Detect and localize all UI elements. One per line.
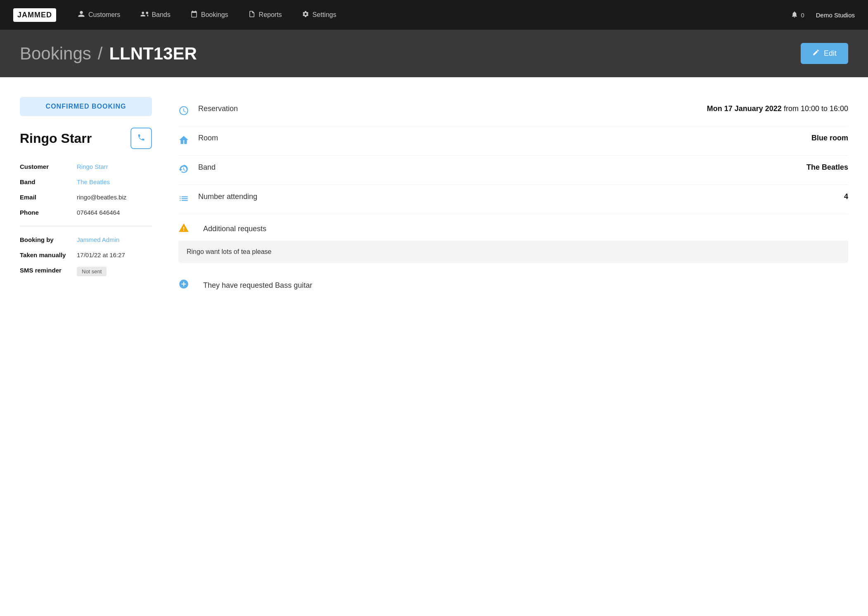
customer-value[interactable]: Ringo Starr bbox=[77, 163, 108, 170]
additional-label: Additional requests bbox=[203, 225, 848, 233]
alert-icon bbox=[178, 223, 198, 236]
nav-item-bookings[interactable]: Bookings bbox=[182, 7, 237, 23]
edit-label: Edit bbox=[824, 49, 837, 58]
booking-by-row: Booking by Jammed Admin bbox=[20, 232, 152, 247]
users-icon bbox=[140, 10, 148, 19]
reservation-time: from 10:00 to 16:00 bbox=[784, 104, 848, 113]
notification-count: 0 bbox=[801, 12, 804, 19]
gear-icon bbox=[302, 10, 309, 19]
room-value: Blue room bbox=[811, 134, 848, 142]
email-label: Email bbox=[20, 194, 74, 201]
nav-item-settings[interactable]: Settings bbox=[294, 7, 345, 23]
calendar-icon bbox=[190, 10, 198, 19]
request-text: Ringo want lots of tea please bbox=[187, 248, 271, 255]
sms-label: SMS reminder bbox=[20, 267, 74, 274]
bass-guitar-text: They have requested Bass guitar bbox=[203, 281, 312, 290]
room-label: Room bbox=[198, 134, 811, 142]
attending-value: 4 bbox=[844, 192, 848, 201]
phone-value: 076464 646464 bbox=[77, 209, 120, 216]
main-nav: JAMMED Customers Bands Bookings Reports … bbox=[0, 0, 868, 30]
reservation-value: Mon 17 January 2022 from 10:00 to 16:00 bbox=[707, 104, 848, 113]
email-value: ringo@beatles.biz bbox=[77, 194, 126, 201]
nav-customers-label: Customers bbox=[88, 11, 120, 19]
band-detail-label: Band bbox=[198, 163, 806, 172]
customer-name-row: Ringo Starr bbox=[20, 128, 152, 149]
nav-settings-label: Settings bbox=[313, 11, 337, 19]
reservation-date: Mon 17 January 2022 bbox=[707, 104, 782, 113]
clock-icon bbox=[178, 105, 198, 118]
breadcrumb: Bookings / LLNT13ER bbox=[20, 44, 197, 64]
plus-circle-icon bbox=[178, 279, 198, 292]
divider-1 bbox=[20, 226, 152, 226]
taken-manually-value: 17/01/22 at 16:27 bbox=[77, 251, 125, 258]
left-panel: CONFIRMED BOOKING Ringo Starr Customer R… bbox=[20, 97, 152, 598]
sms-row: SMS reminder Not sent bbox=[20, 263, 152, 280]
nav-reports-label: Reports bbox=[259, 11, 282, 19]
booking-id: LLNT13ER bbox=[109, 44, 197, 64]
file-icon bbox=[248, 10, 256, 19]
notification-bell[interactable]: 0 bbox=[791, 11, 804, 19]
phone-button[interactable] bbox=[130, 128, 152, 149]
room-row: Room Blue room bbox=[178, 126, 848, 156]
reservation-row: Reservation Mon 17 January 2022 from 10:… bbox=[178, 97, 848, 126]
user-icon bbox=[78, 10, 85, 19]
main-content: CONFIRMED BOOKING Ringo Starr Customer R… bbox=[0, 77, 868, 616]
phone-label: Phone bbox=[20, 209, 74, 216]
page-header: Bookings / LLNT13ER Edit bbox=[0, 30, 868, 77]
request-box: Ringo want lots of tea please bbox=[178, 241, 848, 263]
nav-item-bands[interactable]: Bands bbox=[132, 7, 178, 23]
nav-bands-label: Bands bbox=[152, 11, 170, 19]
right-panel: Reservation Mon 17 January 2022 from 10:… bbox=[178, 97, 848, 598]
app-logo: JAMMED bbox=[13, 8, 56, 22]
band-value[interactable]: The Beatles bbox=[77, 178, 110, 185]
booking-by-value[interactable]: Jammed Admin bbox=[77, 236, 119, 243]
nav-item-reports[interactable]: Reports bbox=[240, 7, 290, 23]
taken-manually-row: Taken manually 17/01/22 at 16:27 bbox=[20, 247, 152, 263]
phone-row: Phone 076464 646464 bbox=[20, 205, 152, 220]
band-icon bbox=[178, 164, 198, 177]
booking-by-label: Booking by bbox=[20, 236, 74, 243]
breadcrumb-separator: / bbox=[98, 44, 103, 64]
band-detail-row: Band The Beatles bbox=[178, 156, 848, 185]
attending-label: Number attending bbox=[198, 192, 844, 201]
room-icon bbox=[178, 135, 198, 148]
edit-icon bbox=[812, 49, 820, 58]
studio-name: Demo Studios bbox=[816, 12, 855, 19]
breadcrumb-parent[interactable]: Bookings bbox=[20, 44, 91, 64]
edit-button[interactable]: Edit bbox=[801, 43, 848, 64]
list-icon bbox=[178, 193, 198, 206]
customer-label: Customer bbox=[20, 163, 74, 170]
email-row: Email ringo@beatles.biz bbox=[20, 190, 152, 205]
phone-icon bbox=[137, 133, 145, 144]
nav-bookings-label: Bookings bbox=[201, 11, 228, 19]
band-detail-value: The Beatles bbox=[806, 163, 848, 172]
customer-name: Ringo Starr bbox=[20, 131, 92, 146]
additional-requests-header: Additional requests bbox=[178, 214, 848, 241]
attending-row: Number attending 4 bbox=[178, 185, 848, 214]
reservation-label: Reservation bbox=[198, 104, 707, 113]
status-badge: CONFIRMED BOOKING bbox=[20, 97, 152, 116]
band-label: Band bbox=[20, 178, 74, 185]
customer-row: Customer Ringo Starr bbox=[20, 159, 152, 174]
nav-item-customers[interactable]: Customers bbox=[69, 7, 128, 23]
sms-badge: Not sent bbox=[77, 267, 107, 276]
bass-guitar-row: They have requested Bass guitar bbox=[178, 271, 848, 299]
bell-icon bbox=[791, 11, 798, 19]
band-row: Band The Beatles bbox=[20, 174, 152, 190]
taken-manually-label: Taken manually bbox=[20, 251, 74, 258]
